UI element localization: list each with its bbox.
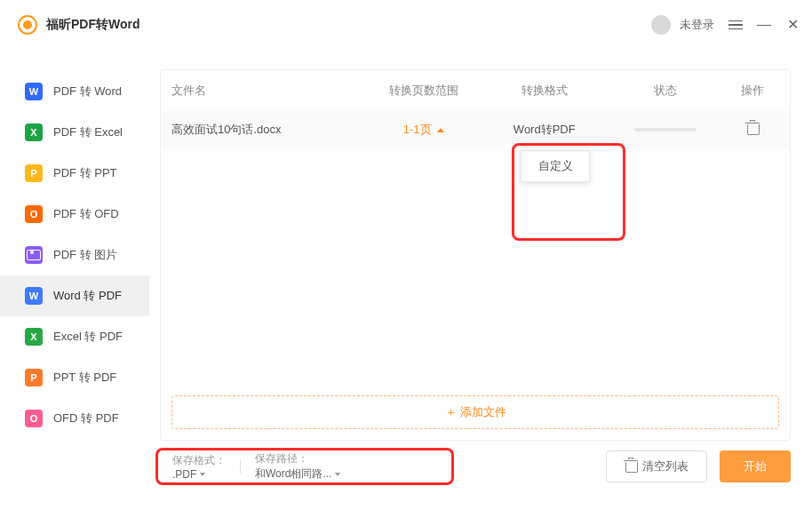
sidebar-item-icon: O: [25, 205, 43, 223]
sidebar-item[interactable]: XExcel 转 PDF: [0, 316, 149, 357]
page-range-text: 1-1页: [403, 122, 432, 138]
minimize-button[interactable]: —: [757, 18, 771, 32]
app-title: 福昕PDF转Word: [46, 17, 140, 33]
sidebar-item-label: PDF 转 Excel: [53, 124, 123, 140]
app-window: 福昕PDF转Word 未登录 — ✕ WPDF 转 WordXPDF 转 Exc…: [0, 0, 812, 510]
window-controls: 未登录 — ✕: [651, 0, 800, 50]
col-header-name: 文件名: [171, 83, 363, 99]
sidebar-item-icon: P: [25, 164, 43, 182]
save-path-select[interactable]: 和Word相同路...: [255, 466, 340, 482]
save-path-label: 保存路径：: [255, 452, 308, 465]
sidebar-item[interactable]: XPDF 转 Excel: [0, 112, 149, 153]
table-row: 高效面试10句话.docx 1-1页 Word转PDF: [161, 111, 790, 148]
sidebar-item-label: PDF 转 OFD: [53, 206, 119, 222]
sidebar: WPDF 转 WordXPDF 转 ExcelPPDF 转 PPTOPDF 转 …: [0, 50, 149, 510]
sidebar-item-label: OFD 转 PDF: [53, 410, 119, 426]
chevron-up-icon: [437, 128, 444, 132]
col-header-format: 转换格式: [484, 83, 605, 99]
sidebar-item-icon: O: [25, 410, 43, 427]
cell-format: Word转PDF: [484, 122, 605, 138]
sidebar-item-icon: [25, 246, 43, 264]
cell-page-range[interactable]: 1-1页: [363, 122, 484, 138]
save-path: 保存路径：和Word相同路...: [255, 451, 340, 482]
save-format-label: 保存格式：: [172, 454, 226, 466]
main-panel: 文件名 转换页数范围 转换格式 状态 操作 高效面试10句话.docx 1-1页…: [149, 50, 812, 510]
col-header-range: 转换页数范围: [363, 83, 484, 99]
menu-icon[interactable]: [728, 18, 743, 33]
cell-status: [605, 128, 726, 131]
avatar-icon[interactable]: [651, 15, 671, 35]
sidebar-item[interactable]: WWord 转 PDF: [0, 275, 149, 316]
sidebar-item-icon: X: [25, 328, 43, 346]
delete-button[interactable]: [746, 123, 759, 135]
cell-op: [726, 123, 779, 138]
progress-bar: [634, 128, 697, 131]
save-options: 保存格式：.PDF 保存路径：和Word相同路...: [160, 450, 353, 482]
sidebar-item-icon: W: [25, 83, 43, 100]
clear-list-label: 清空列表: [642, 458, 689, 474]
sidebar-item[interactable]: PPPT 转 PDF: [0, 357, 149, 398]
start-button[interactable]: 开始: [720, 450, 791, 482]
file-list-area: 文件名 转换页数范围 转换格式 状态 操作 高效面试10句话.docx 1-1页…: [160, 69, 791, 441]
save-format: 保存格式：.PDF: [172, 453, 226, 481]
app-body: WPDF 转 WordXPDF 转 ExcelPPDF 转 PPTOPDF 转 …: [0, 50, 812, 510]
sidebar-item-icon: W: [25, 287, 43, 305]
dropdown-item-custom[interactable]: 自定义: [521, 151, 589, 181]
sidebar-item-label: Word 转 PDF: [53, 288, 122, 304]
titlebar: 福昕PDF转Word 未登录 — ✕: [0, 0, 812, 50]
divider: [240, 459, 241, 474]
sidebar-item[interactable]: OOFD 转 PDF: [0, 398, 149, 439]
cell-filename: 高效面试10句话.docx: [171, 122, 363, 138]
clear-list-button[interactable]: 清空列表: [606, 450, 707, 482]
footer-actions: 清空列表 开始: [606, 450, 791, 482]
chevron-down-icon: [335, 473, 340, 476]
col-header-status: 状态: [605, 83, 726, 99]
start-label: 开始: [744, 458, 767, 474]
save-format-select[interactable]: .PDF: [172, 468, 226, 481]
sidebar-item[interactable]: PDF 转 图片: [0, 235, 149, 275]
sidebar-item-label: PDF 转 图片: [53, 247, 117, 263]
add-file-button[interactable]: ＋ 添加文件: [171, 395, 779, 429]
sidebar-item-label: PPT 转 PDF: [53, 370, 116, 386]
col-header-op: 操作: [726, 83, 779, 99]
page-range-dropdown: 自定义: [521, 150, 590, 182]
trash-icon: [625, 460, 637, 473]
sidebar-item[interactable]: PPDF 转 PPT: [0, 153, 149, 194]
sidebar-item-label: Excel 转 PDF: [53, 329, 123, 345]
sidebar-item-icon: P: [25, 369, 43, 386]
login-status[interactable]: 未登录: [680, 17, 714, 33]
sidebar-item[interactable]: WPDF 转 Word: [0, 71, 149, 112]
table-header: 文件名 转换页数范围 转换格式 状态 操作: [161, 70, 790, 111]
chevron-down-icon: [200, 473, 205, 476]
footer: 保存格式：.PDF 保存路径：和Word相同路... 清空列表 开始: [160, 441, 791, 492]
add-file-label: 添加文件: [460, 404, 506, 420]
plus-icon: ＋: [445, 404, 457, 420]
close-button[interactable]: ✕: [785, 18, 800, 32]
sidebar-item-label: PDF 转 Word: [53, 84, 122, 100]
sidebar-item[interactable]: OPDF 转 OFD: [0, 194, 149, 235]
sidebar-item-label: PDF 转 PPT: [53, 165, 117, 181]
sidebar-item-icon: X: [25, 124, 43, 141]
app-logo-icon: [18, 15, 37, 35]
